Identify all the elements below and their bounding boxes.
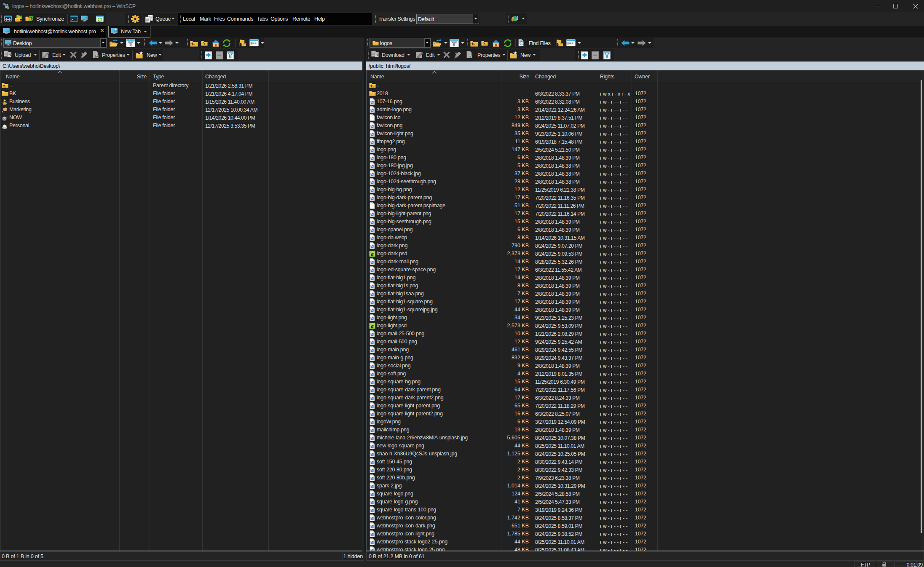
svg-text:>: > [71,18,73,21]
svg-text:a: a [371,323,374,329]
svg-text:a: a [371,251,374,257]
